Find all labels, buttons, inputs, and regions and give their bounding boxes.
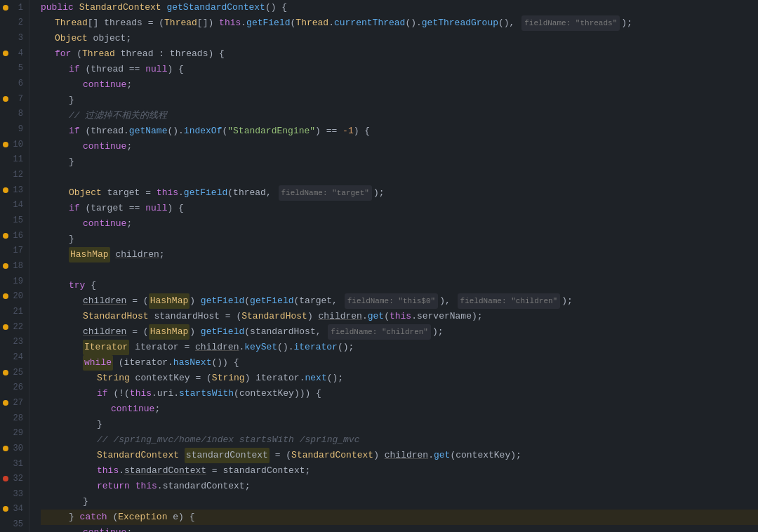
gutter-33: 33 [0,486,29,502]
code-line-32: return this.standardContext; [41,479,758,494]
gutter-16: 16 [0,228,29,244]
gutter-13: 13 [0,182,29,198]
code-line-17: HashMap children; [41,247,758,262]
gutter-8: 8 [0,107,29,122]
code-line-31: this.standardContext = standardContext; [41,463,758,479]
gutter-35: 35 [0,517,29,532]
gutter-5: 5 [0,61,29,77]
line-numbers: 1 2 3 4 5 6 7 8 9 10 11 12 13 14 15 16 1… [0,0,29,532]
code-line-8: // 过滤掉不相关的线程 [41,108,758,124]
gutter-4: 4 [0,46,29,61]
gutter-14: 14 [0,198,29,213]
code-line-9: if (thread.getName().indexOf("StandardEn… [41,124,758,139]
gutter-17: 17 [0,244,29,259]
gutter-29: 29 [0,425,29,441]
gutter-3: 3 [0,30,29,46]
code-line-2: Thread[] threads = (Thread[]) this.getFi… [41,15,758,31]
code-editor: 1 2 3 4 5 6 7 8 9 10 11 12 13 14 15 16 1… [0,0,758,532]
gutter-15: 15 [0,213,29,228]
gutter-34: 34 [0,502,29,517]
code-line-4: for (Thread thread : threads) { [41,46,758,62]
code-line-12 [41,170,758,185]
gutter-11: 11 [0,152,29,168]
gutter-24: 24 [0,350,29,365]
code-line-33: } [41,494,758,510]
code-line-16: } [41,232,758,247]
code-line-27: continue; [41,401,758,417]
code-line-11: } [41,154,758,170]
gutter-27: 27 [0,395,29,411]
gutter-28: 28 [0,411,29,426]
code-line-26: if (!(this.uri.startsWith(contextKey))) … [41,386,758,401]
code-line-15: continue; [41,216,758,232]
code-line-5: if (thread == null) { [41,62,758,77]
code-line-6: continue; [41,77,758,93]
gutter-26: 26 [0,380,29,395]
gutter-6: 6 [0,76,29,91]
gutter-18: 18 [0,258,29,274]
code-line-19: try { [41,278,758,293]
gutter-32: 32 [0,471,29,486]
code-line-23: Iterator iterator = children.keySet().it… [41,340,758,355]
code-line-3: Object object; [41,31,758,46]
gutter-25: 25 [0,365,29,380]
code-line-29: // /spring_mvc/home/index startsWith /sp… [41,432,758,448]
code-line-20: children = (HashMap) getField(getField(t… [41,293,758,309]
code-line-25: String contextKey = (String) iterator.ne… [41,371,758,386]
code-line-1: public StandardContext getStandardContex… [41,0,758,15]
gutter-23: 23 [0,334,29,350]
code-line-34: } catch (Exception e) { [41,510,758,525]
gutter-20: 20 [0,288,29,304]
code-line-14: if (target == null) { [41,201,758,216]
code-line-7: } [41,93,758,108]
code-line-30: StandardContext standardContext = (Stand… [41,448,758,463]
gutter-2: 2 [0,15,29,31]
code-line-18 [41,262,758,278]
code-line-35: continue; [41,525,758,532]
code-line-28: } [41,417,758,432]
gutter-22: 22 [0,319,29,335]
code-line-24: while (iterator.hasNext()) { [41,355,758,371]
code-content: public StandardContext getStandardContex… [29,0,758,532]
code-line-13: Object target = this.getField(thread, fi… [41,185,758,201]
gutter-1: 1 [0,0,29,15]
gutter-10: 10 [0,137,29,152]
code-line-21: StandardHost standardHost = (StandardHos… [41,309,758,324]
gutter-30: 30 [0,441,29,456]
gutter-19: 19 [0,274,29,289]
code-line-22: children = (HashMap) getField(standardHo… [41,324,758,340]
gutter-12: 12 [0,167,29,182]
gutter-7: 7 [0,91,29,107]
gutter-9: 9 [0,121,29,137]
gutter-31: 31 [0,456,29,472]
gutter-21: 21 [0,304,29,319]
code-line-10: continue; [41,139,758,154]
